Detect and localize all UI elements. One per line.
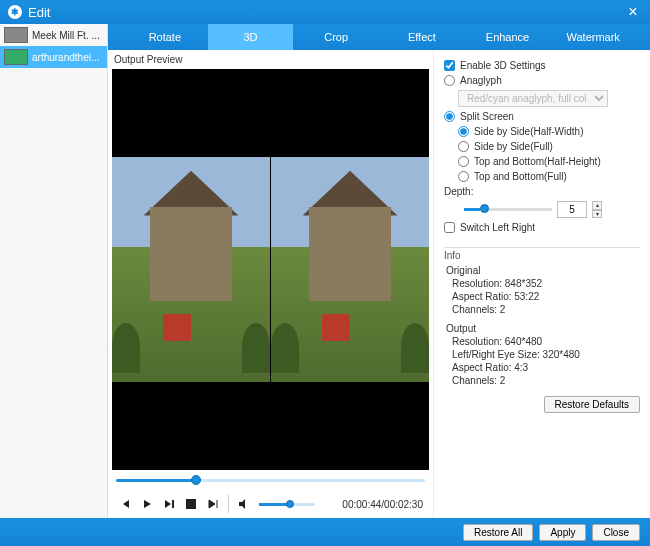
prev-button[interactable]	[118, 497, 132, 511]
sidebar-item-1[interactable]: arthurandthei...	[0, 46, 107, 68]
time-display: 00:00:44/00:02:30	[342, 499, 423, 510]
switch-lr-label: Switch Left Right	[460, 222, 535, 233]
step-button[interactable]	[162, 497, 176, 511]
volume-slider[interactable]	[259, 503, 315, 506]
volume-knob[interactable]	[286, 500, 294, 508]
info-header: Info	[444, 250, 461, 261]
out-aspect: Aspect Ratio: 4:3	[452, 362, 640, 373]
tab-watermark[interactable]: Watermark	[550, 24, 636, 50]
tabs: Rotate 3D Crop Effect Enhance Watermark	[108, 24, 650, 50]
control-separator	[228, 495, 229, 513]
tab-effect[interactable]: Effect	[379, 24, 465, 50]
volume-icon[interactable]	[237, 497, 251, 511]
restore-all-button[interactable]: Restore All	[463, 524, 533, 541]
depth-down-button[interactable]: ▾	[592, 210, 602, 219]
tab-rotate[interactable]: Rotate	[122, 24, 208, 50]
footer: Restore All Apply Close	[0, 518, 650, 546]
sidebar-thumb	[4, 27, 28, 43]
sidebar-item-label: arthurandthei...	[32, 52, 99, 63]
anaglyph-radio[interactable]	[444, 75, 455, 86]
sidebar-item-label: Meek Mill Ft. ...	[32, 30, 100, 41]
stop-button[interactable]	[184, 497, 198, 511]
tab-enhance[interactable]: Enhance	[465, 24, 551, 50]
seek-knob[interactable]	[191, 475, 201, 485]
titlebar: ✱ Edit ×	[0, 0, 650, 24]
video-preview	[112, 69, 429, 470]
tab-full-label: Top and Bottom(Full)	[474, 171, 567, 182]
tab-full-radio[interactable]	[458, 171, 469, 182]
seek-bar[interactable]	[108, 470, 433, 490]
sbs-half-radio[interactable]	[458, 126, 469, 137]
orig-channels: Channels: 2	[452, 304, 640, 315]
app-icon: ✱	[8, 5, 22, 19]
close-button[interactable]: Close	[592, 524, 640, 541]
sidebar-thumb	[4, 49, 28, 65]
out-eye-size: Left/Right Eye Size: 320*480	[452, 349, 640, 360]
next-button[interactable]	[206, 497, 220, 511]
left-eye-frame	[112, 157, 271, 382]
playback-controls: 00:00:44/00:02:30	[108, 490, 433, 518]
svg-rect-0	[186, 499, 196, 509]
depth-label: Depth:	[444, 186, 473, 197]
sbs-full-label: Side by Side(Full)	[474, 141, 553, 152]
anaglyph-dropdown[interactable]: Red/cyan anaglyph, full color	[458, 90, 608, 107]
close-icon[interactable]: ×	[624, 3, 642, 21]
enable-3d-label: Enable 3D Settings	[460, 60, 546, 71]
window-title: Edit	[28, 5, 50, 20]
file-sidebar: Meek Mill Ft. ... arthurandthei...	[0, 24, 108, 518]
tab-3d[interactable]: 3D	[208, 24, 294, 50]
split-screen-label: Split Screen	[460, 111, 514, 122]
orig-resolution: Resolution: 848*352	[452, 278, 640, 289]
out-channels: Channels: 2	[452, 375, 640, 386]
tab-half-label: Top and Bottom(Half-Height)	[474, 156, 601, 167]
depth-slider[interactable]	[464, 208, 552, 211]
apply-button[interactable]: Apply	[539, 524, 586, 541]
anaglyph-label: Anaglyph	[460, 75, 502, 86]
depth-up-button[interactable]: ▴	[592, 201, 602, 210]
switch-lr-checkbox[interactable]	[444, 222, 455, 233]
original-header: Original	[446, 265, 640, 276]
preview-header: Output Preview	[108, 50, 433, 69]
right-eye-frame	[271, 157, 429, 382]
sidebar-item-0[interactable]: Meek Mill Ft. ...	[0, 24, 107, 46]
depth-knob[interactable]	[480, 204, 489, 213]
output-header: Output	[446, 323, 640, 334]
out-resolution: Resolution: 640*480	[452, 336, 640, 347]
settings-panel: Enable 3D Settings Anaglyph Red/cyan ana…	[433, 50, 650, 518]
sbs-full-radio[interactable]	[458, 141, 469, 152]
orig-aspect: Aspect Ratio: 53:22	[452, 291, 640, 302]
play-button[interactable]	[140, 497, 154, 511]
enable-3d-checkbox[interactable]	[444, 60, 455, 71]
depth-input[interactable]	[557, 201, 587, 218]
sbs-half-label: Side by Side(Half-Width)	[474, 126, 583, 137]
tab-half-radio[interactable]	[458, 156, 469, 167]
split-screen-radio[interactable]	[444, 111, 455, 122]
tab-crop[interactable]: Crop	[293, 24, 379, 50]
restore-defaults-button[interactable]: Restore Defaults	[544, 396, 640, 413]
